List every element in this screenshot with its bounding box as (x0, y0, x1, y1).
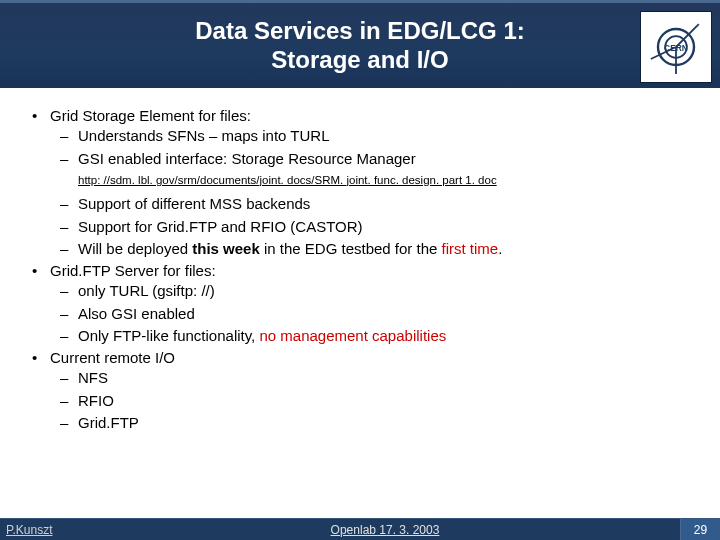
title-line-2: Storage and I/O (271, 46, 448, 73)
footer-event: Openlab 17. 3. 2003 (90, 523, 680, 537)
cern-logo-icon: CERN (646, 17, 706, 77)
dash-item: NFS (78, 368, 696, 388)
dash-item: Support of different MSS backends (78, 194, 696, 214)
dash-item: Only FTP-like functionality, no manageme… (78, 326, 696, 346)
slide-footer: P.Kunszt Openlab 17. 3. 2003 29 (0, 518, 720, 540)
bullet-text: Grid.FTP Server for files: (50, 262, 216, 279)
bullet-item: Grid Storage Element for files: Understa… (50, 106, 696, 259)
dash-text-bold: this week (192, 240, 260, 257)
title-line-1: Data Services in EDG/LCG 1: (195, 17, 524, 44)
bullet-text: Current remote I/O (50, 349, 175, 366)
dash-item: Will be deployed this week in the EDG te… (78, 239, 696, 259)
dash-text-red: first time (442, 240, 499, 257)
bullet-text: Grid Storage Element for files: (50, 107, 251, 124)
dash-item: Grid.FTP (78, 413, 696, 433)
footer-author: P.Kunszt (0, 523, 90, 537)
slide: Data Services in EDG/LCG 1: Storage and … (0, 0, 720, 540)
dash-list: only TURL (gsiftp: //) Also GSI enabled … (50, 281, 696, 346)
dash-list: Understands SFNs – maps into TURL GSI en… (50, 126, 696, 259)
dash-text: GSI enabled interface: Storage Resource … (78, 150, 416, 167)
bullet-item: Grid.FTP Server for files: only TURL (gs… (50, 261, 696, 346)
dash-item: GSI enabled interface: Storage Resource … (78, 149, 696, 193)
cern-logo: CERN (640, 11, 712, 83)
slide-body: Grid Storage Element for files: Understa… (0, 88, 720, 518)
dash-item: Understands SFNs – maps into TURL (78, 126, 696, 146)
bullet-list: Grid Storage Element for files: Understa… (24, 106, 696, 433)
dash-item: Also GSI enabled (78, 304, 696, 324)
dash-item: only TURL (gsiftp: //) (78, 281, 696, 301)
dash-text-pre: Will be deployed (78, 240, 192, 257)
svg-text:CERN: CERN (664, 43, 688, 53)
slide-header: Data Services in EDG/LCG 1: Storage and … (0, 0, 720, 88)
srm-url-link[interactable]: http: //sdm. lbl. gov/srm/documents/join… (78, 173, 497, 189)
dash-text-post: . (498, 240, 502, 257)
bullet-item: Current remote I/O NFS RFIO Grid.FTP (50, 348, 696, 433)
dash-item: Support for Grid.FTP and RFIO (CASTOR) (78, 217, 696, 237)
dash-item: RFIO (78, 391, 696, 411)
dash-text-pre: Only FTP-like functionality, (78, 327, 259, 344)
dash-text-red: no management capabilities (259, 327, 446, 344)
dash-text-mid: in the EDG testbed for the (260, 240, 442, 257)
dash-list: NFS RFIO Grid.FTP (50, 368, 696, 433)
slide-title: Data Services in EDG/LCG 1: Storage and … (0, 17, 720, 75)
footer-page-number: 29 (680, 519, 720, 541)
